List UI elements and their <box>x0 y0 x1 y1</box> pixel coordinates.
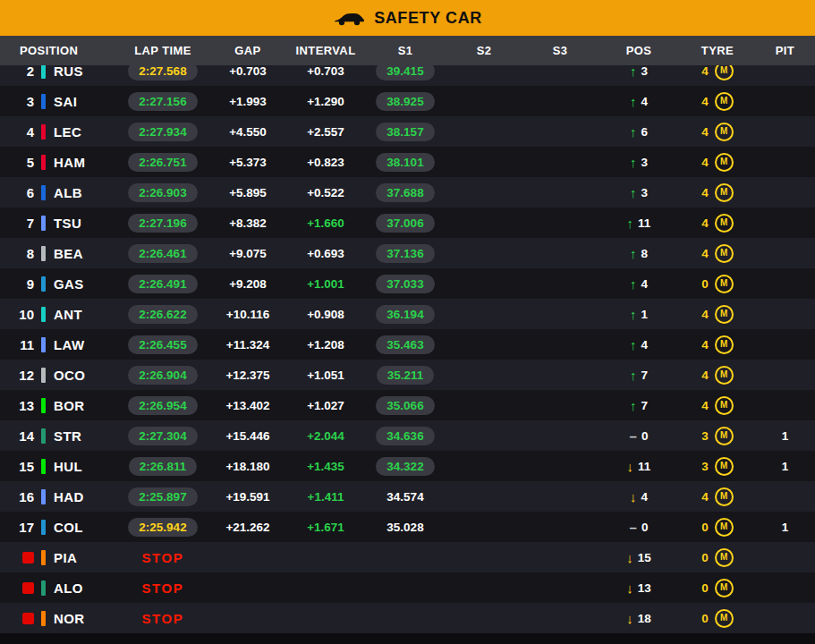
timing-row-col[interactable]: 17COL2:25.942+21.262+1.67135.028–00M1 <box>0 512 815 542</box>
timing-row-alb[interactable]: 6ALB2:26.903+5.895+0.52237.688↑34M <box>0 177 815 208</box>
tyre-compound-medium-icon: M <box>715 579 734 597</box>
timing-row-lec[interactable]: 4LEC2:27.934+4.550+2.55738.157↑64M <box>0 116 815 147</box>
timing-row-bea[interactable]: 8BEA2:26.461+9.075+0.69337.136↑84M <box>0 238 815 268</box>
column-header-pit: PIT <box>755 44 815 57</box>
tyre-cell: 4M <box>680 487 755 506</box>
sector1-value: 37.033 <box>376 275 434 293</box>
team-color-bar <box>41 94 46 109</box>
sector1-cell: 35.211 <box>365 366 446 385</box>
tyre-compound-medium-icon: M <box>715 366 734 385</box>
position-change-value: 3 <box>641 65 648 78</box>
timing-row-rus[interactable]: 2RUS2:27.568+0.703+0.70339.415↑34M <box>0 65 815 86</box>
position-change-value: 13 <box>638 581 651 595</box>
gap-cell: +19.591 <box>209 490 286 504</box>
driver-code: HAD <box>54 489 84 504</box>
pit-count: 1 <box>782 521 789 534</box>
tyre-compound-medium-icon: M <box>715 92 734 111</box>
position-change-cell: ↑4 <box>598 95 680 108</box>
position-change-cell: ↑4 <box>598 338 680 352</box>
sector1-cell: 38.157 <box>365 123 446 141</box>
position-cell: 12OCO <box>0 368 116 383</box>
timing-row-ant[interactable]: 10ANT2:26.622+10.116+0.90836.194↑14M <box>0 299 815 329</box>
timing-row-law[interactable]: 11LAW2:26.455+11.324+1.20835.463↑44M <box>0 329 815 360</box>
retired-indicator <box>22 582 34 594</box>
interval-value: +1.411 <box>308 490 344 504</box>
gap-value: +5.373 <box>229 156 267 169</box>
timing-row-nor[interactable]: NORSTOP↓180M <box>0 603 815 633</box>
tyre-cell: 3M <box>680 457 755 476</box>
lap-time-value: 2:26.491 <box>128 275 197 293</box>
tyre-cell: 4M <box>680 214 755 233</box>
position-number: 4 <box>27 124 34 140</box>
tyre-cell: 3M <box>680 427 755 445</box>
lap-time-value: 2:26.461 <box>128 244 197 263</box>
tyre-cell: 4M <box>680 183 755 202</box>
timing-row-oco[interactable]: 12OCO2:26.904+12.375+1.05135.211↑74M <box>0 360 815 390</box>
gap-value: +21.262 <box>225 521 269 534</box>
gap-value: +10.116 <box>226 308 269 321</box>
timing-row-sai[interactable]: 3SAI2:27.156+1.993+1.29038.925↑44M <box>0 86 815 116</box>
tyre-laps-count: 4 <box>701 399 709 412</box>
gap-cell: +9.075 <box>209 247 286 260</box>
interval-cell: +1.051 <box>286 369 365 382</box>
position-no-change-icon: – <box>630 429 637 443</box>
position-down-arrow-icon: ↓ <box>627 460 634 473</box>
position-number: 9 <box>27 276 34 292</box>
driver-code: SAI <box>54 94 77 109</box>
tyre-laps-count: 4 <box>701 490 709 504</box>
position-cell: 11LAW <box>0 337 116 352</box>
interval-cell: +1.001 <box>286 277 365 291</box>
column-header-gap: GAP <box>209 44 286 57</box>
timing-row-gas[interactable]: 9GAS2:26.491+9.208+1.00137.033↑40M <box>0 268 815 299</box>
position-change-cell: ↓15 <box>598 551 680 564</box>
position-number: 16 <box>19 489 34 504</box>
team-color-bar <box>41 216 46 231</box>
team-color-bar <box>41 368 46 383</box>
team-color-bar <box>41 307 46 322</box>
stop-label: STOP <box>142 580 184 596</box>
position-down-arrow-icon: ↓ <box>626 612 633 625</box>
tyre-laps-count: 4 <box>701 65 709 78</box>
lap-time-value: 2:26.622 <box>128 305 197 324</box>
tyre-laps-count: 0 <box>701 581 709 595</box>
timing-row-bor[interactable]: 13BOR2:26.954+13.402+1.02735.066↑74M <box>0 390 815 420</box>
team-color-bar <box>41 398 46 413</box>
timing-row-alo[interactable]: ALOSTOP↓130M <box>0 572 815 603</box>
interval-cell: +1.435 <box>286 460 365 473</box>
column-header-s2: S2 <box>446 44 522 57</box>
gap-cell: +12.375 <box>209 369 286 382</box>
interval-value: +1.660 <box>307 216 344 230</box>
gap-value: +8.382 <box>229 216 267 230</box>
lap-time-cell: 2:26.751 <box>116 153 209 172</box>
lap-time-cell: 2:27.934 <box>116 123 209 141</box>
driver-code: LAW <box>54 337 85 352</box>
sector1-cell: 35.028 <box>365 521 446 534</box>
position-up-arrow-icon: ↑ <box>630 65 637 78</box>
timing-row-ham[interactable]: 5HAM2:26.751+5.373+0.82338.101↑34M <box>0 147 815 177</box>
driver-code: BEA <box>54 246 83 261</box>
column-header-position: POSITION <box>0 44 116 57</box>
timing-row-hul[interactable]: 15HUL2:26.811+18.180+1.43534.322↓113M1 <box>0 451 815 481</box>
position-change-value: 0 <box>641 521 649 534</box>
tyre-compound-medium-icon: M <box>715 335 734 354</box>
sector1-cell: 34.636 <box>365 427 446 445</box>
driver-code: HUL <box>54 459 82 474</box>
team-color-bar <box>41 550 46 565</box>
position-number: 6 <box>27 185 34 200</box>
position-cell: 16HAD <box>0 489 116 504</box>
driver-code: COL <box>54 520 83 535</box>
tyre-cell: 0M <box>680 609 755 628</box>
lap-time-value: 2:26.751 <box>128 153 197 172</box>
timing-row-pia[interactable]: PIASTOP↓150M <box>0 542 815 572</box>
position-down-arrow-icon: ↓ <box>630 490 637 504</box>
timing-row-had[interactable]: 16HAD2:25.897+19.591+1.41134.574↓44M <box>0 481 815 512</box>
interval-value: +0.693 <box>307 247 344 260</box>
position-change-value: 8 <box>641 247 648 260</box>
timing-row-tsu[interactable]: 7TSU2:27.196+8.382+1.66037.006↑114M <box>0 208 815 238</box>
timing-row-str[interactable]: 14STR2:27.304+15.446+2.04434.636–03M1 <box>0 420 815 451</box>
lap-time-cell: 2:25.942 <box>116 518 209 537</box>
position-change-cell: ↑8 <box>598 247 680 260</box>
column-header-tyre: TYRE <box>680 44 755 57</box>
sector1-value: 35.028 <box>386 521 423 534</box>
pit-cell: 1 <box>755 521 815 534</box>
